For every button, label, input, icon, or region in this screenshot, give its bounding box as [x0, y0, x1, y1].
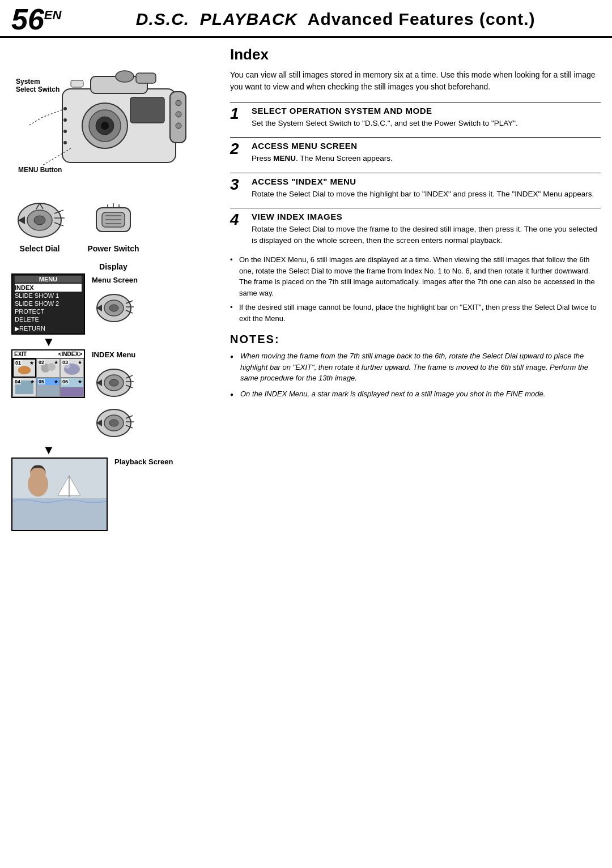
- svg-point-17: [63, 141, 67, 144]
- step-1-heading: SELECT OPERATION SYSTEM AND MODE: [252, 106, 518, 116]
- svg-point-45: [18, 366, 31, 374]
- index-grid: 01 ★ 02 ★ 03 ★: [12, 358, 84, 397]
- step-2-heading: ACCESS MENU SCREEN: [252, 141, 393, 151]
- right-column: Index You can view all still images stor…: [221, 38, 612, 542]
- playback-screen-label: Playback Screen: [114, 457, 173, 466]
- index-cell-03: 03 ★: [60, 358, 84, 378]
- small-dial-3: [92, 404, 136, 439]
- step-4-num: 4: [230, 212, 246, 247]
- select-dial-label: Select Dial: [20, 244, 60, 253]
- menu-item-delete: DELETE: [15, 315, 82, 323]
- power-switch-svg: [85, 196, 142, 242]
- step-2-text: Press MENU. The Menu Screen appears.: [252, 153, 393, 164]
- small-dial-1: [92, 289, 136, 324]
- exit-label: EXIT: [14, 351, 27, 357]
- step-4-content: VIEW INDEX IMAGES Rotate the Select Dial…: [252, 212, 601, 247]
- menu-item-slideshow2: SLIDE SHOW 2: [15, 300, 82, 307]
- page-header: 56EN D.S.C. PLAYBACK Advanced Features (…: [0, 0, 612, 38]
- step-2: 2 ACCESS MENU SCREEN Press MENU. The Men…: [230, 137, 601, 164]
- svg-rect-10: [130, 97, 164, 123]
- playback-illustration: [12, 459, 108, 531]
- step-4: 4 VIEW INDEX IMAGES Rotate the Select Di…: [230, 208, 601, 247]
- notes-list: When moving the frame from the 7th still…: [230, 350, 601, 399]
- display-title: Display: [11, 262, 215, 271]
- menu-screen-box: MENU INDEX SLIDE SHOW 1 SLIDE SHOW 2 PRO…: [11, 273, 85, 335]
- step-2-num: 2: [230, 141, 246, 164]
- index-nav-label: <INDEX>: [58, 351, 82, 357]
- left-column: SystemSelect Switch MENU Button: [0, 38, 221, 542]
- power-switch-label: Power Switch: [87, 244, 139, 253]
- menu-item-slideshow1: SLIDE SHOW 1: [15, 292, 82, 300]
- menu-item-index: INDEX: [15, 284, 82, 292]
- svg-point-58: [109, 379, 118, 386]
- svg-point-9: [176, 123, 181, 129]
- bullet-2: If the desired still image cannot be fou…: [230, 302, 601, 324]
- svg-point-16: [63, 130, 67, 133]
- display-section: Display MENU INDEX SLIDE SHOW 1 SLIDE SH…: [11, 262, 215, 531]
- svg-rect-72: [12, 498, 108, 531]
- section-intro: You can view all still images stored in …: [230, 69, 601, 93]
- notes-title: NOTES:: [230, 333, 601, 346]
- menu-item-protect: PROTECT: [15, 307, 82, 315]
- index-section-title: Index: [230, 46, 601, 63]
- svg-point-4: [101, 122, 109, 130]
- index-cell-05: 05 ★: [36, 378, 60, 397]
- page-number: 56EN: [11, 5, 61, 34]
- camera-illustration: SystemSelect Switch MENU Button: [11, 44, 215, 191]
- index-top-bar: EXIT <INDEX>: [12, 350, 84, 358]
- svg-line-13: [28, 117, 42, 126]
- small-dial-2: [92, 364, 136, 399]
- menu-screen-title: MENU: [15, 276, 82, 283]
- svg-point-40: [109, 305, 118, 311]
- step-1-text: Set the System Select Switch to "D.S.C."…: [252, 118, 518, 129]
- bullet-list: On the INDEX Menu, 6 still images are di…: [230, 254, 601, 324]
- step-1-content: SELECT OPERATION SYSTEM AND MODE Set the…: [252, 106, 518, 129]
- menu-screen-label: Menu Screen: [92, 276, 138, 284]
- step-3: 3 ACCESS "INDEX" MENU Rotate the Select …: [230, 173, 601, 200]
- step-1-num: 1: [230, 106, 246, 129]
- step-3-num: 3: [230, 177, 246, 200]
- index-menu-label: INDEX Menu: [92, 350, 136, 359]
- dial-power-row: Select Dial Power Switch: [11, 196, 215, 253]
- notes-section: NOTES: When moving the frame from the 7t…: [230, 333, 601, 399]
- svg-rect-11: [71, 80, 83, 87]
- svg-point-19: [116, 71, 134, 82]
- index-menu-box: EXIT <INDEX> 01 ★ 02: [11, 349, 85, 398]
- index-cell-01: 01 ★: [12, 358, 36, 378]
- svg-point-7: [176, 100, 181, 106]
- page-title: D.S.C. PLAYBACK Advanced Features (cont.…: [70, 10, 601, 29]
- power-switch-item: Power Switch: [85, 196, 142, 253]
- index-cell-02: 02 ★: [36, 358, 60, 378]
- system-select-label: SystemSelect Switch: [16, 78, 60, 94]
- arrow-down-1: ▼: [42, 336, 215, 348]
- menu-button-label: MENU Button: [18, 166, 62, 174]
- svg-rect-20: [136, 73, 156, 83]
- playback-screen-box: [11, 457, 108, 531]
- index-menu-row: EXIT <INDEX> 01 ★ 02: [11, 349, 215, 441]
- note-2: On the INDEX Menu, a star mark is displa…: [230, 388, 601, 400]
- step-3-text: Rotate the Select Dial to move the highl…: [252, 189, 594, 200]
- svg-rect-52: [37, 384, 60, 396]
- select-dial-item: Select Dial: [11, 196, 68, 253]
- bullet-1: On the INDEX Menu, 6 still images are di…: [230, 254, 601, 298]
- svg-point-8: [176, 112, 181, 117]
- step-2-content: ACCESS MENU SCREEN Press MENU. The Menu …: [252, 141, 393, 164]
- menu-return: ▶RETURN: [15, 325, 82, 332]
- main-content: SystemSelect Switch MENU Button: [0, 38, 612, 542]
- index-cell-06: 06 ★: [60, 378, 84, 397]
- select-dial-svg: [11, 196, 68, 242]
- svg-point-15: [63, 118, 67, 122]
- index-cell-04: 04 ★: [12, 378, 36, 397]
- menu-screen-row: MENU INDEX SLIDE SHOW 1 SLIDE SHOW 2 PRO…: [11, 273, 215, 335]
- step-4-heading: VIEW INDEX IMAGES: [252, 212, 601, 221]
- svg-point-14: [63, 107, 67, 110]
- arrow-down-2: ▼: [42, 444, 215, 456]
- step-1: 1 SELECT OPERATION SYSTEM AND MODE Set t…: [230, 102, 601, 129]
- step-3-content: ACCESS "INDEX" MENU Rotate the Select Di…: [252, 177, 594, 200]
- step-4-text: Rotate the Select Dial to move the frame…: [252, 224, 601, 247]
- note-1: When moving the frame from the 7th still…: [230, 350, 601, 384]
- playback-row: Playback Screen: [11, 457, 215, 531]
- svg-point-23: [34, 216, 45, 225]
- step-3-heading: ACCESS "INDEX" MENU: [252, 177, 594, 186]
- svg-rect-54: [61, 387, 83, 396]
